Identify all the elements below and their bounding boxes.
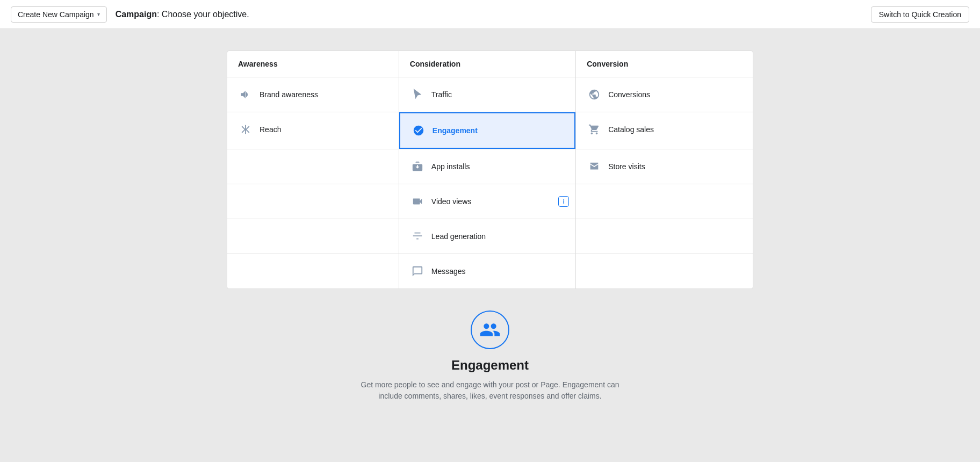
video-views-option[interactable]: Video views i bbox=[399, 184, 575, 219]
conversion-cell-5-empty bbox=[576, 219, 753, 254]
conversion-cell-4-empty bbox=[576, 184, 753, 219]
store-visits-option[interactable]: Store visits bbox=[576, 149, 753, 184]
awareness-cell-2: Reach bbox=[227, 112, 399, 149]
awareness-cell-1: Brand awareness bbox=[227, 77, 399, 112]
objective-detail: Engagement Get more people to see and en… bbox=[350, 311, 630, 402]
engagement-option[interactable]: Engagement bbox=[399, 112, 575, 149]
video-views-label: Video views bbox=[431, 197, 471, 206]
awareness-empty-5 bbox=[227, 219, 399, 254]
lead-generation-label: Lead generation bbox=[431, 232, 486, 241]
consideration-cell-1: Traffic bbox=[399, 77, 575, 112]
column-header-consideration: Consideration bbox=[399, 51, 575, 77]
filter-icon bbox=[410, 229, 425, 244]
megaphone-icon bbox=[238, 87, 253, 102]
conversion-empty-4 bbox=[576, 184, 753, 219]
awareness-cell-3 bbox=[227, 149, 399, 184]
awareness-cell-4 bbox=[227, 184, 399, 219]
consideration-cell-5: Lead generation bbox=[399, 219, 575, 254]
conversion-cell-3: Store visits bbox=[576, 149, 753, 184]
column-header-conversion: Conversion bbox=[576, 51, 753, 77]
main-content: Awareness Consideration Conversion bbox=[0, 29, 980, 423]
consideration-cell-2: Engagement bbox=[399, 112, 575, 149]
catalog-sales-option[interactable]: Catalog sales bbox=[576, 112, 753, 147]
objective-detail-description: Get more people to see and engage with y… bbox=[350, 379, 630, 402]
conversion-empty-5 bbox=[576, 219, 753, 254]
awareness-empty-6 bbox=[227, 254, 399, 288]
app-installs-label: App installs bbox=[431, 162, 470, 171]
objective-detail-title: Engagement bbox=[451, 358, 529, 373]
brand-awareness-label: Brand awareness bbox=[260, 90, 318, 99]
box-icon bbox=[410, 159, 425, 174]
objectives-table: Awareness Consideration Conversion bbox=[227, 50, 753, 289]
globe-icon bbox=[587, 87, 602, 102]
page-title-bold: Campaign bbox=[116, 10, 157, 19]
switch-to-quick-creation-button[interactable]: Switch to Quick Creation bbox=[871, 6, 969, 23]
engagement-label: Engagement bbox=[433, 126, 478, 135]
store-visits-label: Store visits bbox=[608, 162, 645, 171]
consideration-cell-3: App installs bbox=[399, 149, 575, 184]
messages-option[interactable]: Messages bbox=[399, 254, 575, 288]
catalog-sales-label: Catalog sales bbox=[608, 125, 654, 134]
create-campaign-button[interactable]: Create New Campaign ▾ bbox=[11, 6, 107, 23]
conversions-option[interactable]: Conversions bbox=[576, 77, 753, 112]
consideration-cell-4: Video views i bbox=[399, 184, 575, 219]
awareness-cell-6 bbox=[227, 254, 399, 289]
asterisk-icon bbox=[238, 122, 253, 137]
conversion-empty-6 bbox=[576, 254, 753, 288]
cart-icon bbox=[587, 122, 602, 137]
brand-awareness-option[interactable]: Brand awareness bbox=[227, 77, 399, 112]
awareness-empty-3 bbox=[227, 149, 399, 184]
reach-label: Reach bbox=[260, 125, 281, 134]
header-left: Create New Campaign ▾ Campaign: Choose y… bbox=[11, 6, 249, 23]
video-icon bbox=[410, 194, 425, 209]
column-header-awareness: Awareness bbox=[227, 51, 399, 77]
lead-generation-option[interactable]: Lead generation bbox=[399, 219, 575, 254]
chat-icon bbox=[410, 264, 425, 279]
info-badge[interactable]: i bbox=[558, 196, 569, 207]
create-campaign-label: Create New Campaign bbox=[18, 10, 94, 19]
awareness-empty-4 bbox=[227, 184, 399, 219]
page-title-text: : Choose your objective. bbox=[157, 10, 249, 19]
traffic-label: Traffic bbox=[431, 90, 452, 99]
app-installs-option[interactable]: App installs bbox=[399, 149, 575, 184]
header: Create New Campaign ▾ Campaign: Choose y… bbox=[0, 0, 980, 29]
consideration-cell-6: Messages bbox=[399, 254, 575, 289]
store-icon bbox=[587, 159, 602, 174]
conversion-cell-2: Catalog sales bbox=[576, 112, 753, 149]
traffic-option[interactable]: Traffic bbox=[399, 77, 575, 112]
check-circle-icon bbox=[411, 123, 426, 138]
objective-detail-icon bbox=[471, 311, 509, 349]
conversion-cell-1: Conversions bbox=[576, 77, 753, 112]
messages-label: Messages bbox=[431, 267, 466, 276]
conversion-cell-6-empty bbox=[576, 254, 753, 289]
cursor-icon bbox=[410, 87, 425, 102]
reach-option[interactable]: Reach bbox=[227, 112, 399, 147]
create-campaign-chevron: ▾ bbox=[97, 11, 100, 17]
conversions-label: Conversions bbox=[608, 90, 650, 99]
awareness-cell-5 bbox=[227, 219, 399, 254]
page-title: Campaign: Choose your objective. bbox=[116, 10, 249, 19]
